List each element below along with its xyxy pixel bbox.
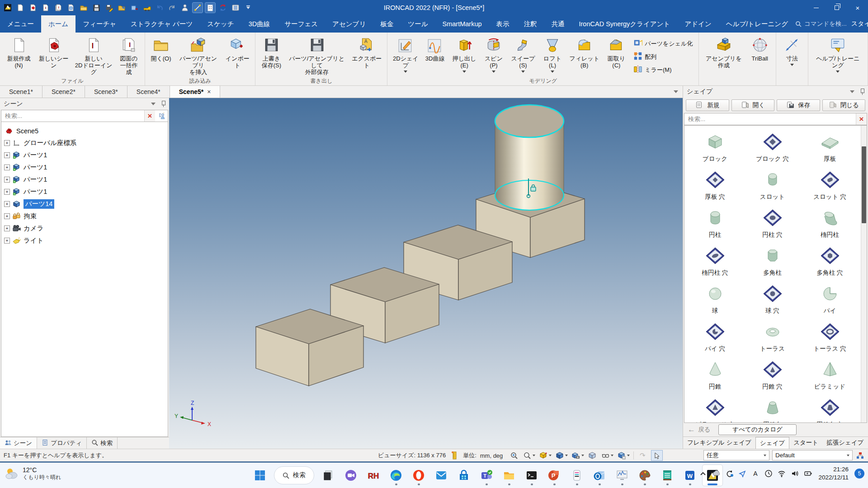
- ribbon-button[interactable]: 面取り(C): [603, 34, 630, 78]
- tab-close-icon[interactable]: ×: [207, 88, 211, 95]
- catalog-item[interactable]: 円錐 穴: [744, 358, 801, 396]
- catalog-new-button[interactable]: 新規: [686, 99, 729, 111]
- panel-menu-icon[interactable]: [151, 103, 156, 105]
- catalog-item[interactable]: 楕円柱 穴: [686, 244, 744, 282]
- taskbar-teams-icon[interactable]: T: [476, 465, 497, 486]
- taskbar-snip-icon[interactable]: [318, 465, 339, 486]
- catalog-item[interactable]: トーラス: [744, 320, 801, 358]
- ribbon-button[interactable]: 寸法: [778, 34, 806, 78]
- tree-item[interactable]: Scene5: [1, 125, 168, 137]
- taskbar-chat-icon[interactable]: [340, 465, 361, 486]
- menu-tab-16[interactable]: アドイン: [677, 15, 718, 33]
- ribbon-button[interactable]: 2Dシェイプ: [390, 34, 421, 78]
- taskbar-paint-icon[interactable]: [634, 465, 655, 486]
- tree-expander-icon[interactable]: +: [4, 177, 10, 183]
- catalog-item[interactable]: パイ: [801, 282, 859, 320]
- ribbon-button[interactable]: 上書き 保存(S): [258, 34, 285, 78]
- ribbon-button[interactable]: ロフト(L): [539, 34, 566, 78]
- ribbon-button[interactable]: インポート: [222, 34, 253, 78]
- panel-menu-icon[interactable]: [850, 90, 854, 93]
- taskbar-phone-icon[interactable]: [566, 465, 587, 486]
- tree-item[interactable]: +拘束: [1, 210, 168, 222]
- print-preview-icon[interactable]: [66, 3, 76, 13]
- ribbon-button[interactable]: I新しい 2Dドローイング: [72, 34, 115, 78]
- ribbon-button[interactable]: スイープ(S): [507, 34, 539, 78]
- catalog-item[interactable]: パイ 穴: [686, 320, 744, 358]
- catalog-item[interactable]: 円柱 穴: [744, 206, 801, 244]
- tree-item[interactable]: +ライト: [1, 235, 168, 247]
- structure-icon[interactable]: [855, 450, 865, 460]
- taskbar-terminal-icon[interactable]: [521, 465, 542, 486]
- ribbon-button[interactable]: 3D曲線: [421, 34, 448, 78]
- taskbar-edge-icon[interactable]: [386, 465, 406, 486]
- location-icon[interactable]: [738, 469, 747, 478]
- mannequin-icon[interactable]: [180, 3, 190, 13]
- catalog-item[interactable]: 厚板: [801, 130, 859, 168]
- undo-icon[interactable]: [155, 3, 165, 13]
- catalog-search-input[interactable]: 検索... ×: [684, 113, 867, 125]
- catalog-tab-4[interactable]: 拡張シェイプ: [822, 437, 868, 449]
- menu-tab-8[interactable]: アセンブリ: [325, 15, 373, 33]
- scene-tab-2[interactable]: Scene2*: [42, 86, 85, 98]
- battery-icon[interactable]: [803, 469, 812, 478]
- command-search[interactable]: コマンドを検...: [795, 20, 847, 28]
- notification-badge[interactable]: 5: [854, 469, 864, 479]
- redo-icon[interactable]: [167, 3, 177, 13]
- dropdown-caret-icon[interactable]: [611, 455, 613, 456]
- shaded-cube-icon[interactable]: [538, 450, 548, 460]
- pin-icon[interactable]: [161, 101, 165, 107]
- taskbar-windows-icon[interactable]: [250, 465, 270, 486]
- tree-expander-icon[interactable]: +: [4, 213, 10, 219]
- tree-item[interactable]: +グローバル座標系: [1, 137, 168, 149]
- catalog-item[interactable]: 多角柱 穴: [801, 244, 859, 282]
- taskbar-explorer-icon[interactable]: [499, 465, 519, 486]
- insert-part-icon[interactable]: [129, 3, 139, 13]
- render-style-combo[interactable]: Default: [772, 450, 853, 460]
- ribbon-small-button[interactable]: 配列: [633, 52, 693, 62]
- catalog-item[interactable]: 円錐台: [744, 396, 801, 423]
- export-icon[interactable]: [117, 3, 127, 13]
- taskbar-outlook-icon[interactable]: [589, 465, 610, 486]
- weather-widget[interactable]: 12°C くもり時々晴れ: [5, 466, 61, 481]
- close-button[interactable]: ×: [847, 0, 868, 15]
- tree-item[interactable]: +カメラ: [1, 222, 168, 235]
- new-scene-icon[interactable]: [28, 3, 38, 13]
- clock-icon[interactable]: [764, 469, 773, 478]
- filter-icon[interactable]: *: [155, 110, 168, 122]
- tree-item[interactable]: +パーツ1: [1, 161, 168, 174]
- back-button[interactable]: ← 戻る: [685, 424, 716, 435]
- scene-search-input[interactable]: 検索... × *: [1, 110, 168, 122]
- viewport-3d[interactable]: Z X Y: [169, 98, 683, 449]
- catalog-item[interactable]: スロット: [744, 168, 801, 206]
- render-cube-icon[interactable]: [587, 450, 597, 460]
- list-icon[interactable]: [231, 3, 241, 13]
- new-drawing-icon[interactable]: I: [41, 3, 51, 13]
- ribbon-button[interactable]: 新しいシーン: [35, 34, 72, 78]
- catalog-item[interactable]: 多角柱: [744, 244, 801, 282]
- catalog-item[interactable]: ブロック: [686, 130, 744, 168]
- ribbon-button[interactable]: フィレット(B): [566, 34, 603, 78]
- new-page-icon[interactable]: [15, 3, 25, 13]
- refresh-icon[interactable]: [218, 3, 228, 13]
- taskbar-mail-icon[interactable]: [431, 465, 452, 486]
- clear-search-icon[interactable]: ×: [144, 110, 155, 122]
- ribbon-button[interactable]: 開く(O): [147, 34, 175, 78]
- dropdown-caret-icon[interactable]: [627, 455, 630, 456]
- zoom-in-icon[interactable]: [509, 450, 519, 460]
- menu-tab-15[interactable]: IronCAD Synergyクライアント: [572, 15, 678, 33]
- tree-expander-icon[interactable]: +: [4, 201, 10, 207]
- selection-filter-combo[interactable]: 任意: [703, 450, 769, 460]
- catalog-tab-3[interactable]: スタート: [789, 437, 822, 449]
- taskbar-rh-icon[interactable]: RH: [363, 465, 384, 486]
- left-panel-tab-3[interactable]: 検索: [87, 437, 118, 449]
- units-value[interactable]: mm, deg: [480, 452, 503, 459]
- ribbon-button[interactable]: スピン(P): [480, 34, 507, 78]
- ribbon-button[interactable]: 押し出し(E): [448, 34, 480, 78]
- catalog-item[interactable]: 球: [686, 282, 744, 320]
- camera-view-icon[interactable]: [571, 450, 581, 460]
- menu-tab-9[interactable]: 板金: [373, 15, 401, 33]
- dimension-tool-icon[interactable]: [193, 3, 203, 13]
- taskbar-store-icon[interactable]: [453, 465, 474, 486]
- ribbon-button[interactable]: パーツ/アセンブリとして 外部保存: [285, 34, 349, 78]
- scene-tab-5[interactable]: Scene5*×: [170, 86, 221, 98]
